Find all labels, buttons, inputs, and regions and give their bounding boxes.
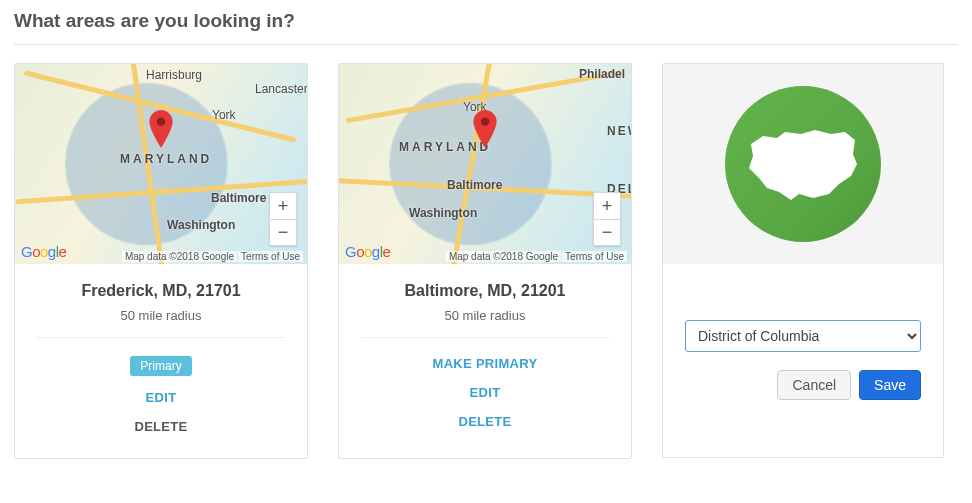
hero-image — [663, 64, 943, 264]
page-title: What areas are you looking in? — [14, 10, 958, 32]
area-card-frederick: MARYLAND Baltimore Washington Harrisburg… — [14, 63, 308, 459]
svg-point-0 — [157, 117, 165, 125]
google-logo: Google — [21, 243, 66, 260]
zoom-out-button[interactable]: − — [270, 219, 296, 245]
zoom-in-button[interactable]: + — [270, 193, 296, 219]
state-select[interactable]: District of Columbia — [685, 320, 921, 352]
zoom-controls: + − — [593, 192, 621, 246]
map-view[interactable]: MARYLAND Baltimore Washington Harrisburg… — [15, 64, 307, 264]
map-label-new: NEW — [607, 124, 631, 138]
location-radius: 50 mile radius — [339, 308, 631, 323]
svg-point-1 — [481, 117, 489, 125]
map-attribution: Map data ©2018 Google — [446, 251, 561, 262]
google-logo: Google — [345, 243, 390, 260]
card-divider — [361, 337, 609, 338]
header-divider — [14, 44, 958, 45]
map-label-york: York — [212, 108, 236, 122]
map-label-lancaster: Lancaster — [255, 82, 307, 96]
location-title: Baltimore, MD, 21201 — [339, 282, 631, 300]
primary-badge: Primary — [130, 356, 191, 376]
area-cards-row: MARYLAND Baltimore Washington Harrisburg… — [14, 63, 958, 459]
usa-map-icon — [725, 86, 881, 242]
map-label-philadelphia: Philadel — [579, 67, 625, 81]
save-button[interactable]: Save — [859, 370, 921, 400]
map-label-harrisburg: Harrisburg — [146, 68, 202, 82]
map-pin-icon — [148, 110, 174, 148]
zoom-in-button[interactable]: + — [594, 193, 620, 219]
edit-button[interactable]: EDIT — [470, 385, 501, 400]
location-title: Frederick, MD, 21701 — [15, 282, 307, 300]
make-primary-button[interactable]: MAKE PRIMARY — [433, 356, 538, 371]
zoom-out-button[interactable]: − — [594, 219, 620, 245]
area-card-baltimore: MARYLAND Baltimore Washington Philadel Y… — [338, 63, 632, 459]
edit-button[interactable]: EDIT — [146, 390, 177, 405]
delete-button[interactable]: DELETE — [458, 414, 511, 429]
map-terms-link[interactable]: Terms of Use — [562, 251, 627, 262]
map-terms-link[interactable]: Terms of Use — [238, 251, 303, 262]
map-view[interactable]: MARYLAND Baltimore Washington Philadel Y… — [339, 64, 631, 264]
map-label-baltimore: Baltimore — [211, 191, 266, 205]
zoom-controls: + − — [269, 192, 297, 246]
location-radius: 50 mile radius — [15, 308, 307, 323]
map-label-washington: Washington — [167, 218, 235, 232]
map-label-maryland: MARYLAND — [120, 152, 212, 166]
map-label-baltimore: Baltimore — [447, 178, 502, 192]
cancel-button[interactable]: Cancel — [777, 370, 851, 400]
card-divider — [37, 337, 285, 338]
delete-button[interactable]: DELETE — [134, 419, 187, 434]
map-attribution: Map data ©2018 Google — [122, 251, 237, 262]
map-pin-icon — [472, 110, 498, 148]
add-area-card: District of Columbia Cancel Save — [662, 63, 944, 458]
map-label-washington: Washington — [409, 206, 477, 220]
